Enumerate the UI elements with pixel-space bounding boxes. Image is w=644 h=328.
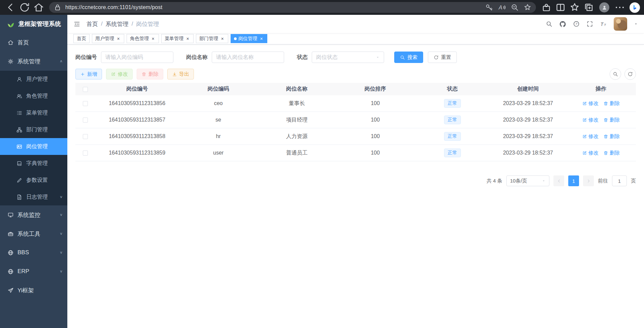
table-row-3: 1641030593112313859 user 普通员工 100 正常 202… [75,145,636,161]
menu-label: 字典管理 [26,160,59,167]
extensions-icon[interactable] [540,2,553,13]
sidebar-item-14[interactable]: Yi框架 [0,281,67,300]
export-button[interactable]: 导出 [167,69,194,79]
refresh-table-button[interactable] [624,68,636,80]
sidebar-item-6[interactable]: 岗位管理 [0,138,67,155]
sidebar-item-7[interactable]: 字典管理 [0,155,67,172]
sidebar-item-2[interactable]: 用户管理 [0,71,67,88]
tab-5[interactable]: 岗位管理 × [231,34,267,43]
search-button[interactable]: 搜索 [394,52,423,63]
sidebar-item-5[interactable]: 部门管理 [0,121,67,138]
tab-0[interactable]: 首页 × [73,34,90,43]
tab-close-icon[interactable]: × [116,36,121,41]
collections-icon[interactable] [582,2,595,13]
tab-3[interactable]: 菜单管理 × [161,34,194,43]
post-id-input[interactable] [101,52,173,63]
toggle-search-button[interactable] [610,68,621,80]
edit-icon [582,151,587,156]
fullscreen-icon[interactable] [586,21,593,27]
help-icon[interactable]: ? [573,21,580,27]
row-delete-button[interactable]: 删除 [603,133,620,140]
select-all-checkbox[interactable] [83,87,88,92]
sidebar-item-1[interactable]: 系统管理 ∧ [0,52,67,71]
menu-label: Yi框架 [18,287,59,294]
select-caret-icon [542,179,546,183]
tab-label: 角色管理 [130,36,149,42]
goto-page-input[interactable] [612,175,627,186]
breadcrumb-home[interactable]: 首页 [87,20,98,28]
breadcrumb-system[interactable]: 系统管理 [106,20,129,28]
sidebar-item-10[interactable]: 系统监控 ∨ [0,205,67,224]
zoom-icon[interactable] [510,3,520,12]
post-name-input[interactable] [212,52,284,63]
sidebar-item-0[interactable]: 首页 [0,33,67,52]
edit-button[interactable]: 修改 [106,69,133,79]
reset-button[interactable]: 重置 [428,52,457,63]
delete-button[interactable]: 删除 [137,69,163,79]
app-logo[interactable]: 意框架管理系统 [0,15,67,33]
row-delete-button[interactable]: 删除 [603,150,620,156]
row-checkbox[interactable] [83,134,88,139]
row-edit-button[interactable]: 修改 [582,150,599,156]
cell-post-sort: 100 [336,150,414,156]
tab-1[interactable]: 用户管理 × [92,34,124,43]
tab-close-icon[interactable]: × [150,36,156,41]
menu-icon [7,231,14,237]
page-1-button[interactable]: 1 [568,175,579,186]
tab-close-icon[interactable]: × [259,36,264,41]
status-select[interactable]: 岗位状态 [312,52,384,63]
post-id-label: 岗位编号 [75,54,97,61]
github-icon[interactable] [559,21,566,28]
sidebar-item-12[interactable]: BBS ∨ [0,243,67,262]
tab-close-icon[interactable]: × [220,36,225,41]
row-edit-button[interactable]: 修改 [582,100,599,107]
row-delete-button[interactable]: 删除 [603,100,620,107]
sidebar-item-8[interactable]: 参数设置 [0,172,67,189]
copilot-bing-icon[interactable] [630,2,640,13]
chevron-icon: ∨ [60,232,63,236]
tab-2[interactable]: 角色管理 × [127,34,159,43]
col-operations: 操作 [566,86,636,93]
browser-profile-avatar[interactable] [599,2,609,12]
url-text[interactable]: https://ccnetcore.com:1101/system/post [65,4,481,10]
row-checkbox[interactable] [83,101,88,106]
favorites-icon[interactable] [568,2,581,13]
header-search-icon[interactable] [546,21,552,27]
cell-post-id: 1641030593112313857 [95,117,179,123]
tab-close-icon[interactable]: × [185,36,190,41]
browser-home-button[interactable] [32,2,45,13]
sidebar-item-11[interactable]: 系统工具 ∨ [0,224,67,243]
row-checkbox[interactable] [83,118,88,123]
trash-icon [603,101,608,106]
sidebar-toggle-button[interactable] [73,21,80,28]
user-menu-caret-icon[interactable] [634,22,638,26]
add-button[interactable]: 新增 [75,69,102,79]
row-edit-button[interactable]: 修改 [582,117,599,123]
password-manager-icon[interactable] [484,3,494,12]
row-checkbox[interactable] [83,151,88,156]
sidebar-item-9[interactable]: 日志管理 ∨ [0,189,67,205]
row-delete-button[interactable]: 删除 [603,117,620,123]
menu-icon [16,76,23,83]
address-bar[interactable]: https://ccnetcore.com:1101/system/post A [49,2,536,13]
site-info-icon[interactable] [53,3,63,12]
sidebar-item-13[interactable]: ERP ∨ [0,262,67,281]
row-edit-button[interactable]: 修改 [582,133,599,140]
add-favorite-icon[interactable] [522,3,533,12]
prev-page-button[interactable] [553,175,564,186]
browser-back-button[interactable] [4,2,17,13]
user-avatar[interactable] [614,17,627,31]
col-status: 状态 [414,86,490,93]
font-size-icon[interactable]: TT [600,21,607,28]
split-screen-icon[interactable] [554,2,567,13]
read-aloud-icon[interactable]: A [497,3,507,12]
tab-4[interactable]: 部门管理 × [196,34,228,43]
menu-label: 岗位管理 [26,143,59,150]
sidebar-item-4[interactable]: 菜单管理 [0,104,67,121]
next-page-button[interactable] [583,175,594,186]
sidebar-item-3[interactable]: 角色管理 [0,88,67,104]
topbar: 首页 / 系统管理 / 岗位管理 ? TT [67,15,644,33]
page-size-select[interactable]: 10条/页 [506,175,549,186]
browser-menu-icon[interactable] [613,2,626,13]
browser-refresh-button[interactable] [18,2,31,13]
